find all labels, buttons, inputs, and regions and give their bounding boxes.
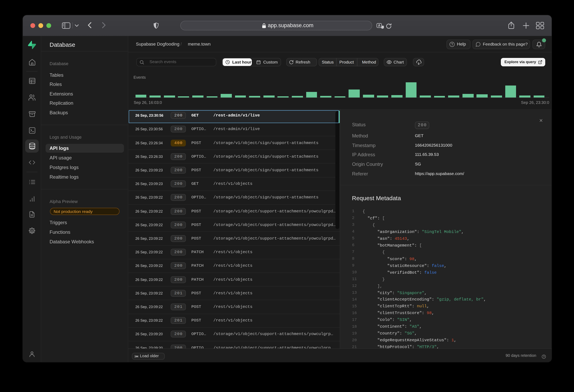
svg-text:A: A	[378, 23, 381, 27]
